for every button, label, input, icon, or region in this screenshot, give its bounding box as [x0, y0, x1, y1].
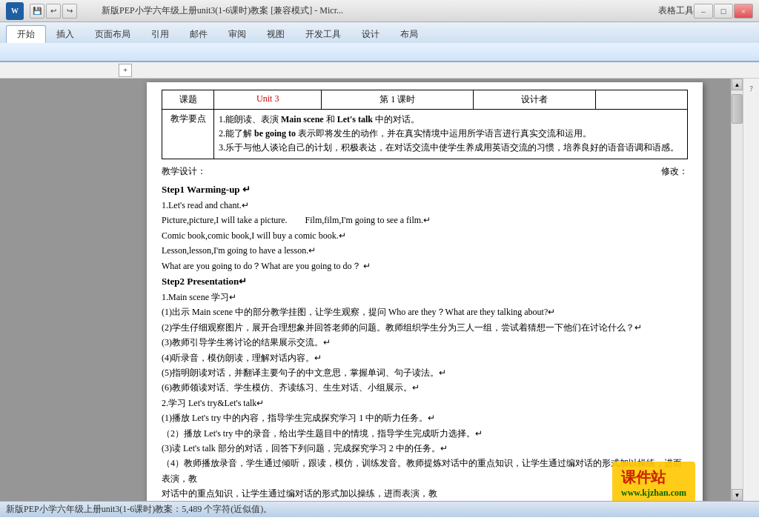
step2-content-12: （4）教师播放录音，学生通过倾听，跟读，模仿，训练发音。教师提炼对话中的重点知识…	[162, 456, 688, 486]
watermark: 课件站 www.kjzhan.com	[612, 462, 695, 501]
unit-cell: Unit 3	[214, 90, 322, 110]
ruler: +	[0, 62, 759, 79]
status-text: 新版PEP小学六年级上册unit3(1-6课时)教案：5,489 个字符(近似值…	[6, 503, 272, 516]
step1-content-3: Comic book,comic book,I will buy a comic…	[162, 228, 688, 243]
ruler-toggle[interactable]: +	[119, 64, 132, 77]
step1-content-4: Lesson,lesson,I'm going to have a lesson…	[162, 243, 688, 258]
status-bar: 新版PEP小学六年级上册unit3(1-6课时)教案：5,489 个字符(近似值…	[0, 501, 759, 517]
ribbon: 开始 插入 页面布局 引用 邮件 审阅 视图 开发工具 设计 布局	[0, 22, 759, 62]
ribbon-content	[0, 43, 759, 61]
minimize-button[interactable]: –	[694, 4, 713, 19]
table-tools-label: 表格工具	[658, 4, 694, 17]
main-content: 课题 Unit 3 第 1 课时 设计者 教学要点 1.能朗读、表演 Main …	[0, 79, 759, 501]
ribbon-tabs[interactable]: 开始 插入 页面布局 引用 邮件 审阅 视图 开发工具 设计 布局	[0, 22, 759, 43]
maximize-button[interactable]: □	[714, 4, 733, 19]
step2-content-4: (3)教师引导学生将讨论的结果展示交流。↵	[162, 335, 688, 350]
header-table: 课题 Unit 3 第 1 课时 设计者 教学要点 1.能朗读、表演 Main …	[162, 90, 688, 159]
page: 课题 Unit 3 第 1 课时 设计者 教学要点 1.能朗读、表演 Main …	[147, 82, 703, 501]
title-bar: W 💾 ↩ ↪ 新版PEP小学六年级上册unit3(1-6课时)教案 [兼容模式…	[0, 0, 759, 22]
step2-content-9: (1)播放 Let's try 中的内容，指导学生完成探究学习 1 中的听力任务…	[162, 410, 688, 425]
tab-view[interactable]: 视图	[256, 25, 295, 43]
app-logo: W	[6, 2, 24, 20]
step2-content-7: (6)教师领读对话、学生模仿、齐读练习、生生对话、小组展示。↵	[162, 380, 688, 395]
step2-content-10: （2）播放 Let's try 中的录音，给出学生题目中的情境，指导学生完成听力…	[162, 426, 688, 441]
objective-1: 1.能朗读、表演 Main scene 和 Let's talk 中的对话。	[219, 113, 683, 127]
step2-title: Step2 Presentation↵	[162, 273, 688, 290]
topic-label: 课题	[179, 94, 197, 104]
scroll-down-button[interactable]: ▼	[732, 489, 743, 501]
sidebar-help-icon[interactable]: ?	[745, 82, 758, 95]
objectives-row: 教学要点 1.能朗读、表演 Main scene 和 Let's talk 中的…	[162, 110, 688, 159]
design-label: 教学设计：	[162, 164, 206, 179]
table-row: 课题 Unit 3 第 1 课时 设计者	[162, 90, 688, 110]
scroll-up-button[interactable]: ▲	[732, 79, 743, 90]
save-button[interactable]: 💾	[30, 4, 44, 19]
objectives-content: 1.能朗读、表演 Main scene 和 Let's talk 中的对话。 2…	[214, 110, 688, 159]
step2-content-13: 对话中的重点知识，让学生通过编对话的形式加以操练，进而表演，教	[162, 486, 688, 501]
scroll-thumb[interactable]	[732, 94, 743, 124]
step2-content-5: (4)听录音，模仿朗读，理解对话内容。↵	[162, 350, 688, 365]
designer-value-cell	[595, 90, 687, 110]
tab-page-layout[interactable]: 页面布局	[84, 25, 141, 43]
step1-content-2: Picture,picture,I will take a picture. F…	[162, 213, 688, 227]
step2-content-6: (5)指明朗读对话，并翻译主要句子的中文意思，掌握单词、句子读法。↵	[162, 365, 688, 380]
tab-start[interactable]: 开始	[6, 25, 46, 43]
tab-insert[interactable]: 插入	[46, 25, 84, 43]
objective-3: 3.乐于与他人谈论自己的计划，积极表达，在对话交流中使学生养成用英语交流的习惯，…	[219, 141, 683, 155]
step2-content-11: (3)读 Let's talk 部分的对话，回答下列问题，完成探究学习 2 中的…	[162, 441, 688, 456]
designer-label-cell: 设计者	[474, 90, 595, 110]
tab-layout[interactable]: 布局	[390, 25, 428, 43]
close-button[interactable]: ×	[734, 4, 753, 19]
watermark-line2: www.kjzhan.com	[621, 488, 686, 499]
right-scrollbar[interactable]: ▲ ▼	[731, 79, 743, 501]
document-area[interactable]: 课题 Unit 3 第 1 课时 设计者 教学要点 1.能朗读、表演 Main …	[119, 79, 731, 501]
step1-title: Step1 Warming-up ↵	[162, 182, 688, 198]
step2-content-3: (2)学生仔细观察图片，展开合理想象并回答老师的问题。教师组织学生分为三人一组，…	[162, 320, 688, 335]
step2-content-2: (1)出示 Main scene 中的部分教学挂图，让学生观察，提问 Who a…	[162, 305, 688, 319]
tab-design[interactable]: 设计	[351, 25, 390, 43]
step2-content-8: 2.学习 Let's try&Let's talk↵	[162, 396, 688, 410]
left-margin	[0, 79, 119, 501]
step2-section: Step2 Presentation↵ 1.Main scene 学习↵ (1)…	[162, 273, 688, 501]
modify-label: 修改：	[661, 164, 688, 179]
right-sidebar: ?	[743, 79, 759, 501]
design-section: 教学设计： 修改： Step1 Warming-up ↵ 1.Let's rea…	[162, 162, 688, 501]
design-header: 教学设计： 修改：	[162, 164, 688, 179]
step2-content-1: 1.Main scene 学习↵	[162, 290, 688, 305]
lesson-cell: 第 1 课时	[322, 90, 474, 110]
step1-section: Step1 Warming-up ↵ 1.Let's read and chan…	[162, 182, 688, 273]
tab-references[interactable]: 引用	[141, 25, 179, 43]
watermark-line1: 课件站	[621, 468, 686, 488]
topic-label-cell: 课题	[162, 90, 214, 110]
scroll-track[interactable]	[732, 90, 743, 489]
tab-mail[interactable]: 邮件	[179, 25, 218, 43]
objective-2: 2.能了解 be going to 表示即将发生的动作，并在真实情境中运用所学语…	[219, 127, 683, 141]
step1-content-1: 1.Let's read and chant.↵	[162, 198, 688, 213]
redo-button[interactable]: ↪	[62, 4, 77, 19]
tab-review[interactable]: 审阅	[218, 25, 256, 43]
tab-developer[interactable]: 开发工具	[295, 25, 351, 43]
window-controls[interactable]: – □ ×	[694, 4, 753, 19]
quick-access-toolbar[interactable]: 💾 ↩ ↪	[30, 4, 77, 19]
objectives-label: 教学要点	[162, 110, 214, 159]
title-text: 新版PEP小学六年级上册unit3(1-6课时)教案 [兼容模式] - Micr…	[83, 4, 362, 17]
undo-button[interactable]: ↩	[46, 4, 61, 19]
step1-content-5: What are you going to do？What are you go…	[162, 259, 688, 273]
